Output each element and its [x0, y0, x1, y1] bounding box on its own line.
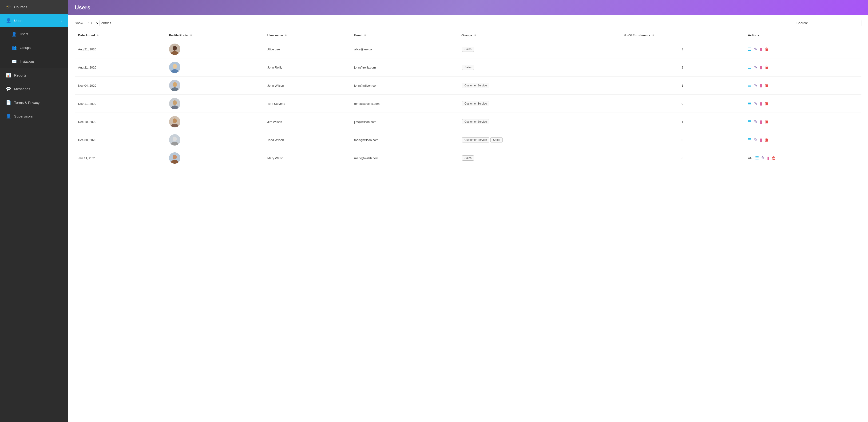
col-username[interactable]: User name ⇅ — [264, 31, 351, 40]
entries-select[interactable]: 10 25 50 100 — [85, 20, 99, 26]
edit-icon[interactable]: ✎ — [754, 101, 757, 106]
edit-icon[interactable]: ✎ — [754, 47, 757, 52]
sidebar-item-supervisors[interactable]: 👤 Supervisors — [0, 109, 68, 123]
list-icon[interactable]: ☰ — [748, 65, 752, 70]
sidebar-item-reports[interactable]: 📊 Reports › — [0, 68, 68, 82]
table-row: Aug 21, 2020 Alice Lee alice@lee.com Sal… — [75, 40, 861, 58]
cell-username: Tom Stevens — [264, 95, 351, 113]
sidebar-item-courses[interactable]: 🎓 Courses › — [0, 0, 68, 13]
cell-avatar — [166, 95, 264, 113]
edit-icon[interactable]: ✎ — [754, 65, 757, 70]
svg-point-19 — [173, 155, 177, 160]
users-table-wrap: Date Added ⇅ Profile Photo ⇅ User name ⇅… — [75, 31, 861, 167]
col-profile-photo[interactable]: Profile Photo ⇅ — [166, 31, 264, 40]
sidebar-label-reports: Reports — [14, 73, 27, 77]
edit-icon[interactable]: ✎ — [754, 119, 757, 124]
sidebar-item-users-sub[interactable]: 👤 Users — [0, 27, 68, 41]
edit-icon[interactable]: ✎ — [754, 83, 757, 88]
sort-groups-icon: ⇅ — [474, 34, 476, 37]
delete-icon[interactable]: 🗑 — [765, 83, 769, 88]
cell-email: jim@wilson.com — [351, 113, 458, 131]
cell-groups: Customer ServiceSales — [458, 131, 620, 149]
cell-actions: ☰ ✎ ▮ 🗑 — [745, 95, 861, 113]
sidebar: 🎓 Courses › 👤 Users ∨ 👤 Users 👥 Groups ✉… — [0, 0, 68, 422]
sidebar-item-users[interactable]: 👤 Users ∨ — [0, 13, 68, 27]
sidebar-item-invitations[interactable]: ✉️ Invitations — [0, 55, 68, 68]
show-entries-control: Show 10 25 50 100 entries — [75, 20, 111, 26]
delete-icon[interactable]: 🗑 — [765, 138, 769, 142]
edit-icon[interactable]: ✎ — [754, 137, 757, 142]
group-badge: Sales — [490, 137, 502, 142]
cell-actions: ☰ ✎ ▮ 🗑 — [745, 58, 861, 77]
cell-enrollments: 1 — [620, 113, 745, 131]
list-icon[interactable]: ☰ — [748, 137, 752, 142]
sidebar-label-terms: Terms & Privacy — [14, 101, 39, 105]
arrow-icon: ⇒ — [748, 155, 752, 161]
clone-icon[interactable]: ▮ — [760, 47, 762, 52]
cell-date: Nov 11, 2020 — [75, 95, 166, 113]
list-icon[interactable]: ☰ — [748, 101, 752, 106]
group-badge: Customer Service — [462, 137, 489, 142]
clone-icon[interactable]: ▮ — [760, 83, 762, 88]
col-groups[interactable]: Groups ⇅ — [458, 31, 620, 40]
table-header: Date Added ⇅ Profile Photo ⇅ User name ⇅… — [75, 31, 861, 40]
cell-email: john@reilly.com — [351, 58, 458, 77]
col-email[interactable]: Email ⇅ — [351, 31, 458, 40]
sidebar-label-invitations: Invitations — [20, 60, 35, 63]
cell-enrollments: 0 — [620, 95, 745, 113]
avatar — [169, 62, 180, 73]
svg-point-7 — [173, 82, 177, 87]
cell-avatar — [166, 113, 264, 131]
delete-icon[interactable]: 🗑 — [772, 156, 776, 161]
chevron-icon: › — [62, 5, 63, 8]
show-label: Show — [75, 21, 83, 25]
cell-email: john@wilson.com — [351, 77, 458, 95]
sidebar-item-terms[interactable]: 📄 Terms & Privacy — [0, 95, 68, 109]
clone-icon[interactable]: ▮ — [760, 65, 762, 70]
search-input[interactable] — [810, 20, 861, 26]
col-actions: Actions — [745, 31, 861, 40]
avatar — [169, 152, 180, 164]
list-icon[interactable]: ☰ — [755, 156, 759, 161]
delete-icon[interactable]: 🗑 — [765, 65, 769, 70]
list-icon[interactable]: ☰ — [748, 47, 752, 52]
cell-actions: ⇒ ☰ ✎ ▮ 🗑 — [745, 149, 861, 167]
users-icon: 👤 — [6, 18, 11, 23]
cell-actions: ☰ ✎ ▮ 🗑 — [745, 131, 861, 149]
avatar — [169, 80, 180, 91]
list-icon[interactable]: ☰ — [748, 119, 752, 124]
cell-enrollments: 1 — [620, 77, 745, 95]
cell-groups: Customer Service — [458, 113, 620, 131]
clone-icon[interactable]: ▮ — [760, 101, 762, 106]
groups-icon: 👥 — [11, 45, 17, 50]
cell-date: Aug 21, 2020 — [75, 58, 166, 77]
sort-enrollments-icon: ⇅ — [652, 34, 654, 37]
col-date-added[interactable]: Date Added ⇅ — [75, 31, 166, 40]
cell-enrollments: 0 — [620, 131, 745, 149]
clone-icon[interactable]: ▮ — [760, 137, 762, 142]
clone-icon[interactable]: ▮ — [760, 119, 762, 124]
cell-actions: ☰ ✎ ▮ 🗑 — [745, 113, 861, 131]
clone-icon[interactable]: ▮ — [767, 156, 770, 161]
list-icon[interactable]: ☰ — [748, 83, 752, 88]
cell-avatar — [166, 77, 264, 95]
cell-enrollments: 3 — [620, 40, 745, 58]
cell-email: mary@walsh.com — [351, 149, 458, 167]
sidebar-item-groups[interactable]: 👥 Groups — [0, 41, 68, 55]
delete-icon[interactable]: 🗑 — [765, 119, 769, 124]
cell-avatar — [166, 131, 264, 149]
delete-icon[interactable]: 🗑 — [765, 101, 769, 106]
svg-point-16 — [173, 137, 177, 141]
search-area: Search: — [797, 20, 861, 26]
content-area: Show 10 25 50 100 entries Search: — [68, 15, 868, 422]
terms-icon: 📄 — [6, 100, 11, 105]
entries-label: entries — [101, 21, 111, 25]
cell-groups: Customer Service — [458, 77, 620, 95]
sort-email-icon: ⇅ — [364, 34, 366, 37]
col-enrollments[interactable]: No Of Enrollments ⇅ — [620, 31, 745, 40]
cell-groups: Sales — [458, 149, 620, 167]
sidebar-item-messages[interactable]: 💬 Messages — [0, 82, 68, 95]
delete-icon[interactable]: 🗑 — [765, 47, 769, 52]
edit-icon[interactable]: ✎ — [761, 156, 765, 161]
chevron-down-icon: ∨ — [60, 19, 63, 22]
